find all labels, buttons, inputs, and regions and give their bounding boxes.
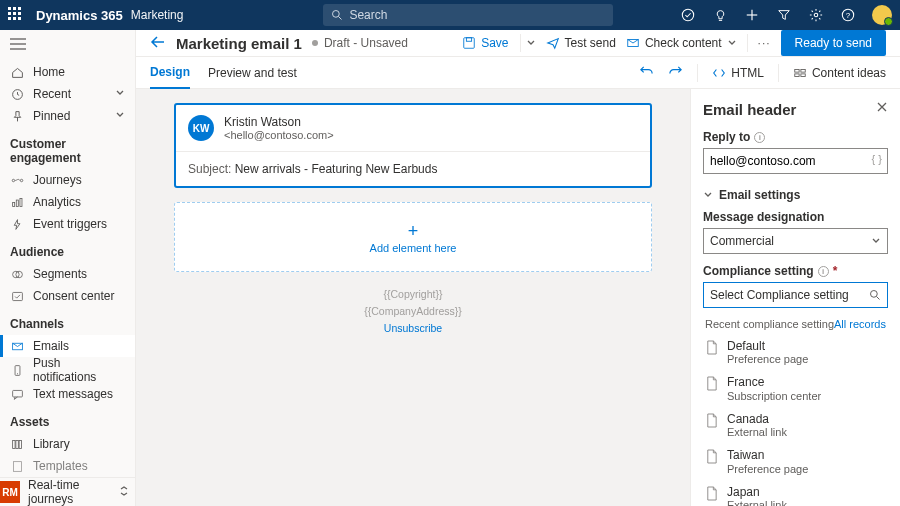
pin-icon [10, 109, 24, 123]
templates-icon [10, 459, 24, 473]
tab-design[interactable]: Design [150, 57, 190, 89]
unsubscribe-link[interactable]: Unsubscribe [174, 320, 652, 337]
user-avatar[interactable] [872, 5, 892, 25]
email-icon [10, 339, 24, 353]
email-settings-header[interactable]: Email settings [703, 188, 888, 202]
svg-rect-34 [795, 73, 799, 76]
settings-icon[interactable] [808, 7, 824, 23]
lightbulb-icon[interactable] [712, 7, 728, 23]
test-send-button[interactable]: Test send [546, 36, 616, 50]
add-icon[interactable] [744, 7, 760, 23]
svg-rect-16 [16, 200, 18, 207]
check-content-button[interactable]: Check content [626, 36, 737, 50]
subject-text: New arrivals - Featuring New Earbuds [235, 162, 438, 176]
triggers-icon [10, 217, 24, 231]
brand-name: Dynamics 365 [36, 8, 123, 23]
compliance-option[interactable]: TaiwanPreference page [703, 443, 888, 479]
document-icon [705, 413, 719, 429]
area-switcher[interactable]: RM Real-time journeys [0, 477, 135, 506]
email-header-card[interactable]: KW Kristin Watson <hello@contoso.com> Su… [174, 103, 652, 188]
info-icon[interactable]: i [818, 266, 829, 277]
chevron-down-icon[interactable] [727, 38, 737, 48]
compliance-option[interactable]: DefaultPreference page [703, 334, 888, 370]
svg-rect-28 [13, 461, 21, 471]
subject-row[interactable]: Subject: New arrivals - Featuring New Ea… [176, 151, 650, 186]
sms-icon [10, 387, 24, 401]
command-bar: Marketing email 1 Draft - Unsaved Save T… [136, 30, 900, 57]
svg-rect-20 [12, 292, 22, 300]
add-element-dropzone[interactable]: + Add element here [174, 202, 652, 272]
reply-to-input[interactable] [703, 148, 888, 174]
left-nav: Home Recent Pinned Customer engagement J… [0, 30, 136, 506]
nav-section-engagement: Customer engagement [0, 127, 135, 169]
content-ideas-button[interactable]: Content ideas [793, 66, 886, 80]
search-icon [869, 289, 881, 301]
svg-point-14 [20, 179, 22, 181]
nav-templates[interactable]: Templates [0, 455, 135, 477]
svg-point-6 [814, 13, 818, 17]
save-button[interactable]: Save [462, 34, 535, 52]
svg-rect-24 [12, 390, 22, 397]
svg-rect-25 [12, 440, 14, 448]
help-icon[interactable]: ? [840, 7, 856, 23]
plus-icon: + [408, 221, 419, 242]
nav-collapse-button[interactable] [0, 30, 135, 61]
nav-event-triggers[interactable]: Event triggers [0, 213, 135, 235]
nav-library[interactable]: Library [0, 433, 135, 455]
clock-icon [10, 87, 24, 101]
updown-icon [119, 485, 129, 500]
top-app-bar: Dynamics 365 Marketing Search ? [0, 0, 900, 30]
library-icon [10, 437, 24, 451]
document-icon [705, 449, 719, 465]
segments-icon [10, 267, 24, 281]
email-footer: {{Copyright}} {{CompanyAddress}} Unsubsc… [174, 286, 652, 336]
nav-recent[interactable]: Recent [0, 83, 135, 105]
compliance-option[interactable]: JapanExternal link [703, 480, 888, 506]
global-search[interactable]: Search [323, 4, 613, 26]
overflow-button[interactable]: ··· [758, 36, 771, 50]
html-view-button[interactable]: HTML [712, 66, 764, 80]
undo-button[interactable] [639, 64, 654, 82]
sender-name: Kristin Watson [224, 115, 334, 129]
svg-point-13 [12, 179, 14, 181]
back-button[interactable] [150, 35, 166, 52]
svg-rect-32 [795, 69, 799, 72]
nav-emails[interactable]: Emails [0, 335, 135, 357]
nav-analytics[interactable]: Analytics [0, 191, 135, 213]
nav-consent-center[interactable]: Consent center [0, 285, 135, 307]
app-launcher-icon[interactable] [8, 7, 24, 23]
chevron-down-icon [115, 109, 125, 123]
compliance-label: Compliance settingi* [703, 264, 888, 278]
chevron-down-icon[interactable] [526, 38, 536, 48]
nav-push[interactable]: Push notifications [0, 357, 135, 383]
nav-section-assets: Assets [0, 405, 135, 433]
all-records-link[interactable]: All records [834, 318, 886, 330]
nav-journeys[interactable]: Journeys [0, 169, 135, 191]
filter-icon[interactable] [776, 7, 792, 23]
tab-preview[interactable]: Preview and test [208, 57, 297, 89]
nav-segments[interactable]: Segments [0, 263, 135, 285]
compliance-select[interactable]: Select Compliance setting [703, 282, 888, 308]
document-icon [705, 340, 719, 356]
nav-text-messages[interactable]: Text messages [0, 383, 135, 405]
page-title: Marketing email 1 [176, 35, 302, 52]
compliance-option[interactable]: CanadaExternal link [703, 407, 888, 443]
assistant-icon[interactable] [680, 7, 696, 23]
chevron-down-icon [115, 87, 125, 101]
svg-point-0 [333, 11, 340, 18]
ready-to-send-button[interactable]: Ready to send [781, 30, 886, 56]
redo-button[interactable] [668, 64, 683, 82]
nav-pinned[interactable]: Pinned [0, 105, 135, 127]
nav-home[interactable]: Home [0, 61, 135, 83]
info-icon[interactable]: i [754, 132, 765, 143]
personalize-icon[interactable]: { } [872, 153, 882, 165]
chevron-down-icon [703, 190, 713, 200]
compliance-option[interactable]: FranceSubscription center [703, 370, 888, 406]
search-icon [331, 9, 343, 21]
close-panel-button[interactable] [876, 101, 888, 116]
panel-title: Email header [703, 101, 888, 118]
status-dot [312, 40, 318, 46]
area-label: Real-time journeys [28, 478, 119, 506]
svg-rect-15 [12, 202, 14, 206]
designation-select[interactable]: Commercial [703, 228, 888, 254]
